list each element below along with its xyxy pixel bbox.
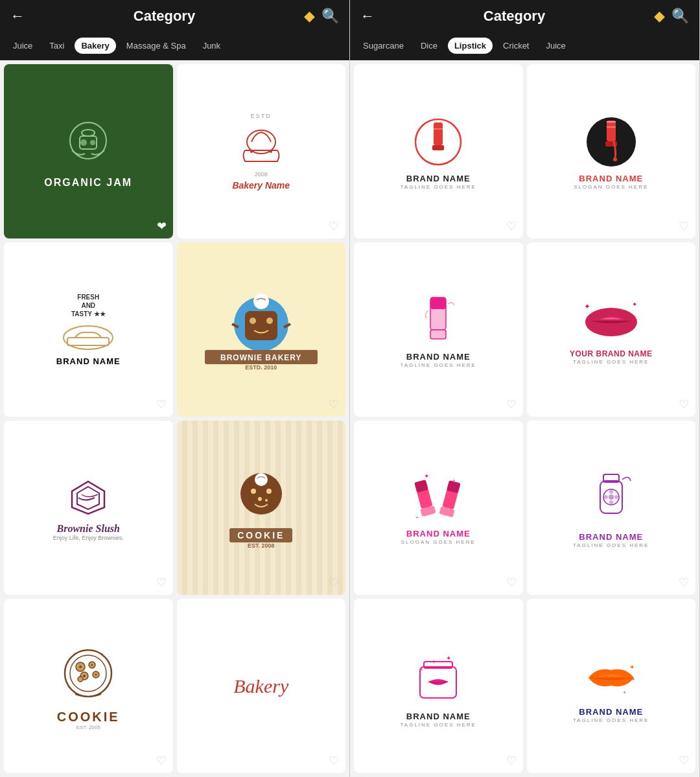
- bakery-script-logo: Bakery: [183, 675, 340, 697]
- left-tab-bakery[interactable]: Bakery: [75, 38, 115, 54]
- card-organic-jam[interactable]: ORGANIC JAM ❤: [4, 64, 173, 238]
- lipstick-circle-heart[interactable]: ♡: [506, 219, 517, 233]
- right-header-icons: ◆ 🔍: [654, 8, 689, 25]
- right-header: ← Category ◆ 🔍: [350, 0, 699, 32]
- year-2008: 2008: [255, 171, 268, 178]
- right-tab-cricket[interactable]: Cricket: [496, 38, 535, 54]
- svg-text:✦: ✦: [584, 302, 590, 311]
- svg-point-7: [270, 150, 272, 153]
- svg-point-6: [250, 150, 253, 153]
- left-tab-junk[interactable]: Junk: [196, 38, 227, 54]
- lipstick-circle-tagline: TAGLINE GOES HERE: [401, 184, 476, 190]
- left-diamond-icon[interactable]: ◆: [304, 8, 315, 25]
- lips-svg: ✦ ✦: [579, 295, 644, 347]
- svg-point-63: [609, 500, 613, 504]
- brand-orange-logo: ✦ + + BRAND NAME TAGLINE GOES HERE: [533, 649, 690, 723]
- svg-rect-45: [430, 330, 446, 339]
- brand-bread-heart[interactable]: ♡: [156, 397, 167, 412]
- lipstick-duo-logo: ✦ + + BRAND NAME SLOGAN GOES HERE: [360, 470, 517, 545]
- right-tab-lipstick[interactable]: Lipstick: [448, 38, 493, 54]
- lips-jar-brand: BRAND NAME: [406, 712, 471, 721]
- lipstick-pink-brand: BRAND NAME: [406, 352, 471, 362]
- bakery-script-text: Bakery: [233, 675, 288, 697]
- cookie-cartoon-heart[interactable]: ♡: [329, 575, 339, 590]
- card-lipstick-pink[interactable]: BRAND NAME TAGLINE GOES HERE ♡: [354, 242, 523, 417]
- lipstick-black-tagline: SLOGAN GOES HERE: [574, 184, 648, 190]
- card-lips-red[interactable]: ✦ ✦ YOUR BRAND NAME TAGLINE GOES HERE ♡: [527, 242, 696, 417]
- lips-jar-svg: ✦ ✦ +: [406, 644, 471, 709]
- card-brand-orange[interactable]: ✦ + + BRAND NAME TAGLINE GOES HERE ♡: [527, 599, 696, 773]
- right-tab-sugarcane[interactable]: Sugarcane: [356, 38, 410, 54]
- left-panel: ← Category ◆ 🔍 Juice Taxi Bakery Massage…: [0, 0, 350, 777]
- organic-jam-heart[interactable]: ❤: [157, 219, 167, 233]
- left-search-icon[interactable]: 🔍: [321, 8, 339, 25]
- lipstick-black-heart[interactable]: ♡: [679, 219, 689, 233]
- brownie-bakery-heart[interactable]: ♡: [329, 397, 339, 412]
- card-brownie-slush[interactable]: Brownie Slush Enjoy Life, Enjoy Brownies…: [4, 421, 173, 595]
- lipstick-black-brand: BRAND NAME: [579, 174, 643, 183]
- card-bakery-script[interactable]: Bakery ♡: [177, 599, 346, 773]
- svg-point-4: [90, 140, 95, 145]
- beauty-bottle-heart[interactable]: ♡: [679, 575, 689, 590]
- lipstick-duo-heart[interactable]: ♡: [506, 575, 517, 590]
- lipstick-circle-logo: BRAND NAME TAGLINE GOES HERE: [360, 113, 517, 190]
- left-back-button[interactable]: ←: [10, 8, 25, 25]
- card-brand-bread[interactable]: FRESHANDTASTY ★★ BRAND NAME ♡: [4, 242, 173, 417]
- svg-point-31: [78, 677, 83, 682]
- svg-point-3: [80, 139, 87, 146]
- card-lipstick-black[interactable]: BRAND NAME SLOGAN GOES HERE ♡: [527, 64, 696, 238]
- bread-logo: FRESHANDTASTY ★★ BRAND NAME: [10, 293, 167, 366]
- lips-jar-heart[interactable]: ♡: [506, 754, 517, 768]
- right-tab-dice[interactable]: Dice: [414, 38, 444, 54]
- bakery-name-heart[interactable]: ♡: [329, 219, 339, 233]
- svg-point-34: [83, 675, 86, 677]
- lipstick-pink-heart[interactable]: ♡: [506, 397, 517, 412]
- cookie-vintage-svg: [56, 642, 121, 707]
- brand-orange-svg: ✦ + +: [579, 649, 644, 707]
- svg-point-1: [82, 130, 95, 136]
- brownie-cartoon-svg: [226, 288, 297, 353]
- svg-text:+: +: [452, 478, 456, 483]
- svg-point-35: [95, 673, 97, 675]
- left-tab-juice[interactable]: Juice: [6, 38, 39, 54]
- right-tab-juice[interactable]: Juice: [539, 38, 572, 54]
- card-lips-jar[interactable]: ✦ ✦ + BRAND NAME TAGLINE GOES HERE ♡: [354, 599, 523, 773]
- right-panel: ← Category ◆ 🔍 Sugarcane Dice Lipstick C…: [350, 0, 700, 777]
- cookie-vintage-heart[interactable]: ♡: [156, 754, 167, 768]
- card-brownie-bakery[interactable]: BROWNIE BAKERY ESTD. 2010 ♡: [177, 242, 346, 417]
- svg-point-62: [609, 490, 613, 494]
- card-beauty-bottle[interactable]: BRAND NAME TAGLINE GOES HERE ♡: [527, 421, 696, 595]
- bakery-script-heart[interactable]: ♡: [329, 754, 339, 768]
- card-cookie-cartoon[interactable]: COOKIE EST. 2008 ♡: [177, 421, 346, 595]
- right-back-button[interactable]: ←: [360, 8, 375, 25]
- brand-orange-heart[interactable]: ♡: [679, 754, 689, 768]
- svg-point-61: [609, 494, 614, 500]
- left-tab-taxi[interactable]: Taxi: [43, 38, 71, 54]
- organic-jam-svg: [59, 115, 117, 173]
- bakery-name-logo: ESTD 2008 Bakery Name: [183, 113, 340, 191]
- svg-rect-40: [607, 121, 616, 141]
- card-bakery-name[interactable]: ESTD 2008 Bakery Name ♡: [177, 64, 346, 238]
- brownie-slush-logo: Brownie Slush Enjoy Life, Enjoy Brownies…: [10, 475, 167, 541]
- svg-marker-18: [77, 487, 99, 509]
- lips-red-logo: ✦ ✦ YOUR BRAND NAME TAGLINE GOES HERE: [533, 295, 690, 365]
- bakery-name-text: Bakery Name: [232, 180, 290, 191]
- fresh-tasty-text: FRESHANDTASTY ★★: [71, 293, 106, 318]
- lips-jar-tagline: TAGLINE GOES HERE: [401, 722, 476, 728]
- right-search-icon[interactable]: 🔍: [671, 8, 689, 25]
- brownie-slush-heart[interactable]: ♡: [156, 575, 167, 590]
- card-lipstick-duo[interactable]: ✦ + + BRAND NAME SLOGAN GOES HERE ♡: [354, 421, 523, 595]
- card-lipstick-circle[interactable]: BRAND NAME TAGLINE GOES HERE ♡: [354, 64, 523, 238]
- lips-brand-text: YOUR BRAND NAME: [570, 349, 653, 358]
- lipstick-duo-svg: ✦ + +: [406, 470, 471, 529]
- svg-text:✦: ✦: [424, 472, 429, 480]
- bread-svg: [56, 318, 121, 354]
- estd-label: ESTD: [251, 113, 272, 119]
- svg-point-23: [258, 497, 262, 501]
- brand-orange-tagline: TAGLINE GOES HERE: [573, 717, 649, 723]
- card-cookie-vintage[interactable]: COOKIE EST. 2005 ♡: [4, 599, 173, 773]
- cookie-estd: EST. 2008: [248, 542, 275, 549]
- right-diamond-icon[interactable]: ◆: [654, 8, 665, 25]
- lips-red-heart[interactable]: ♡: [679, 397, 689, 412]
- left-tab-massage[interactable]: Massage & Spa: [120, 38, 192, 54]
